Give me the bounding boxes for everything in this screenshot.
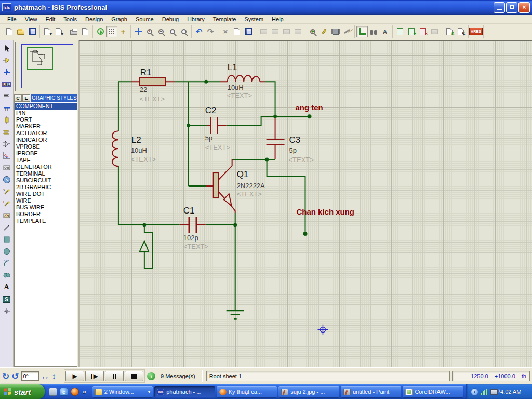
decompose-button[interactable] bbox=[341, 26, 353, 37]
c2-value[interactable]: 5p bbox=[205, 134, 212, 142]
print-button[interactable] bbox=[68, 26, 79, 37]
style-item-vprobe[interactable]: VPROBE bbox=[15, 143, 77, 150]
redraw-button[interactable] bbox=[95, 26, 106, 37]
2d-marker-mode[interactable] bbox=[1, 306, 12, 316]
mirror-horizontal-button[interactable]: ↔ bbox=[41, 372, 50, 381]
c3-value[interactable]: 5p bbox=[289, 147, 297, 154]
export-section-button[interactable]: ▾ bbox=[53, 26, 64, 37]
menu-view[interactable]: View bbox=[21, 15, 42, 23]
task-firefox-ky-thuat[interactable]: Kỹ thuật ca... bbox=[217, 386, 277, 397]
zoom-all-button[interactable] bbox=[167, 26, 178, 37]
generator-mode[interactable] bbox=[1, 175, 12, 185]
pan-button[interactable] bbox=[132, 26, 144, 37]
c3-text-placeholder[interactable]: <TEXT> bbox=[289, 156, 314, 164]
graph-mode[interactable] bbox=[1, 151, 12, 161]
2d-circle-mode[interactable] bbox=[1, 246, 12, 257]
style-item-wire-dot[interactable]: WIRE DOT bbox=[15, 191, 77, 197]
style-item-actuator[interactable]: ACTUATOR bbox=[15, 130, 77, 137]
menu-design[interactable]: Design bbox=[81, 15, 107, 23]
task-suju-jpg[interactable]: suju 2.jpg - ... bbox=[278, 386, 339, 397]
show-desktop-icon[interactable] bbox=[49, 388, 57, 396]
2d-text-mode[interactable]: A bbox=[1, 282, 12, 292]
zoom-in-button[interactable]: + bbox=[144, 26, 155, 37]
redo-button[interactable]: ↷ bbox=[205, 26, 216, 37]
style-item-tape[interactable]: TAPE bbox=[15, 157, 77, 164]
menu-system[interactable]: System bbox=[240, 15, 268, 23]
l2-value[interactable]: 10uH bbox=[131, 147, 147, 154]
internet-explorer-icon[interactable]: e bbox=[60, 388, 68, 396]
style-item-subcircuit[interactable]: SUBCIRCUIT bbox=[15, 177, 77, 184]
text-script-mode[interactable] bbox=[1, 91, 12, 101]
remove-sheet-button[interactable]: × bbox=[417, 26, 429, 37]
menu-library[interactable]: Library bbox=[183, 15, 209, 23]
make-device-button[interactable] bbox=[318, 26, 330, 37]
style-item-terminal[interactable]: TERMINAL bbox=[15, 170, 77, 177]
toggle-grid-button[interactable] bbox=[106, 26, 117, 37]
firefox-icon[interactable] bbox=[71, 388, 79, 396]
wire-label-mode[interactable]: LBL bbox=[1, 79, 12, 89]
menu-edit[interactable]: Edit bbox=[41, 15, 59, 23]
electrical-rule-check-button[interactable]: ↯ bbox=[455, 26, 467, 37]
netlist-to-ares-button[interactable]: ARES bbox=[470, 26, 482, 37]
block-copy-button[interactable] bbox=[258, 26, 269, 37]
minimize-button[interactable] bbox=[494, 2, 505, 13]
new-file-button[interactable] bbox=[4, 26, 15, 37]
ground-symbol[interactable] bbox=[227, 311, 244, 319]
start-button[interactable]: start bbox=[0, 384, 45, 399]
style-item-generator[interactable]: GENERATOR bbox=[15, 164, 77, 170]
zoom-out-button[interactable]: − bbox=[155, 26, 167, 37]
paste-button[interactable] bbox=[243, 26, 254, 37]
current-probe-mode[interactable]: I bbox=[1, 198, 12, 209]
c2-ref[interactable]: C2 bbox=[205, 105, 217, 115]
zoom-area-button[interactable] bbox=[178, 26, 190, 37]
style-item-pin[interactable]: PIN bbox=[15, 110, 77, 116]
q1-ref[interactable]: Q1 bbox=[237, 169, 249, 179]
save-file-button[interactable] bbox=[26, 26, 38, 37]
antenna-symbol[interactable] bbox=[144, 225, 153, 269]
inductor-l2[interactable] bbox=[112, 131, 118, 166]
menu-help[interactable]: Help bbox=[268, 15, 288, 23]
origin-button[interactable]: + bbox=[117, 26, 129, 37]
packaging-tool-button[interactable] bbox=[330, 26, 341, 37]
task-untitled-paint[interactable]: untitled - Paint bbox=[341, 386, 402, 397]
search-tag-button[interactable] bbox=[368, 26, 379, 37]
style-item-2d-graphic[interactable]: 2D GRAPHIC bbox=[15, 184, 77, 191]
c1-ref[interactable]: C1 bbox=[183, 206, 195, 216]
overview-pane[interactable] bbox=[15, 42, 76, 91]
capacitor-c2[interactable] bbox=[207, 117, 227, 134]
c2-text-placeholder[interactable]: <TEXT> bbox=[205, 143, 230, 151]
style-item-marker[interactable]: MARKER bbox=[15, 123, 77, 130]
block-rotate-button[interactable] bbox=[281, 26, 292, 37]
virtual-instruments-mode[interactable] bbox=[1, 210, 12, 221]
menu-graph[interactable]: Graph bbox=[107, 15, 131, 23]
device-pins-mode[interactable] bbox=[1, 139, 12, 149]
menu-file[interactable]: File bbox=[3, 15, 21, 23]
inductor-l1[interactable] bbox=[220, 75, 265, 82]
buses-mode[interactable] bbox=[1, 103, 12, 113]
schematic-canvas[interactable]: R1 22 <TEXT> L1 10uH <TEXT> L2 10uH <TEX… bbox=[79, 40, 532, 367]
quick-launch-chevron[interactable]: » bbox=[82, 388, 87, 395]
capacitor-c3[interactable] bbox=[267, 116, 285, 159]
selection-pointer-mode[interactable] bbox=[1, 43, 12, 54]
copy-button[interactable] bbox=[231, 26, 243, 37]
restore-button[interactable] bbox=[506, 2, 517, 13]
close-button[interactable]: × bbox=[518, 2, 530, 13]
new-sheet-button[interactable]: + bbox=[406, 26, 417, 37]
style-item-component[interactable]: COMPONENT bbox=[15, 103, 77, 110]
goto-parent-sheet-button[interactable] bbox=[429, 26, 440, 37]
resistor-r1[interactable] bbox=[131, 78, 175, 86]
junction-dot-mode[interactable] bbox=[1, 67, 12, 77]
signal-strength-icon[interactable] bbox=[481, 389, 488, 395]
q1-value[interactable]: 2N2222A bbox=[237, 182, 265, 190]
wires[interactable] bbox=[118, 82, 310, 318]
net-label-trigger[interactable]: Chan kích xung bbox=[297, 207, 354, 216]
style-item-port[interactable]: PORT bbox=[15, 116, 77, 123]
stop-button[interactable] bbox=[125, 371, 143, 381]
network-volume-icon[interactable] bbox=[490, 389, 498, 395]
2d-line-mode[interactable] bbox=[1, 222, 12, 233]
rotate-clockwise-button[interactable]: ↻ bbox=[2, 372, 9, 381]
menu-tools[interactable]: Tools bbox=[59, 15, 81, 23]
menu-source[interactable]: Source bbox=[131, 15, 158, 23]
r1-ref[interactable]: R1 bbox=[140, 68, 152, 77]
import-section-button[interactable]: ▾ bbox=[42, 26, 53, 37]
